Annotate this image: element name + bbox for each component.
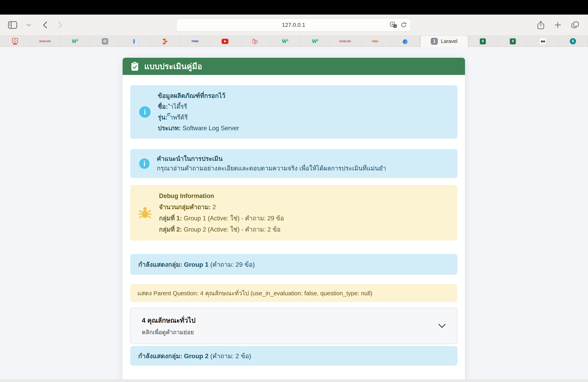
bug-icon [139, 206, 151, 219]
product-type-label: ประเภท: [158, 125, 181, 132]
toolbar-right-group [537, 15, 579, 35]
tab[interactable]: W³ [300, 36, 330, 47]
accordion-text: 4 คุณลักษณะทั่วไป คลิกเพื่อดูคำถามย่อย [142, 315, 195, 337]
macos-menubar [0, 0, 588, 15]
sidebar-icon [8, 21, 17, 29]
google-gray-icon: G [102, 38, 108, 45]
thnic-icon: THNIC [191, 40, 199, 43]
address-bar[interactable]: 127.0.0.1 A x [176, 18, 411, 32]
saslog-icon: SASLOG [339, 40, 351, 43]
new-tab-button[interactable] [554, 21, 562, 29]
tab[interactable]: W³ [270, 36, 300, 47]
toolbar-left-group [8, 15, 63, 35]
tab[interactable] [528, 36, 558, 47]
product-model-label: รุ่น: [158, 114, 168, 121]
question-group-accordion[interactable]: 4 คุณลักษณะทั่วไป คลิกเพื่อดูคำถามย่อย [130, 308, 457, 344]
tab[interactable]: G [90, 36, 120, 47]
chevron-down-icon [438, 324, 446, 328]
tab-overview-button[interactable] [571, 21, 579, 29]
evaluation-form-card: แบบประเมินคู่มือ ข้อมูลผลิตภัณฑ์ที่กรอกไ… [123, 58, 465, 382]
share-icon [537, 20, 545, 29]
instructions-box: คำแนะนำในการประเมิน กรุณาอ่านคำถามอย่างล… [130, 149, 457, 178]
parent-question-text: แสดง Parent Question: 4 คุณลักษณะทั่วไป … [137, 288, 372, 298]
svg-text:x: x [395, 25, 396, 27]
instructions-title: คำแนะนำในการประเมิน [157, 154, 386, 164]
tab[interactable] [150, 36, 180, 47]
card-header: แบบประเมินคู่มือ [123, 58, 465, 75]
tab[interactable]: X [468, 36, 498, 47]
w3schools-icon: W³ [312, 38, 318, 44]
group2-banner: กำลังแสดงกลุ่ม: Group 2 (คำถาม: 2 ข้อ) [130, 346, 457, 366]
address-bar-icons: A x [390, 19, 407, 31]
tab[interactable] [390, 36, 420, 47]
product-info-box: ข้อมูลผลิตภัณฑ์ที่กรอกไว้ ชื่อ: ำไดึ้รรี… [130, 85, 457, 139]
debug-info-box: Debug Information จำนวนกลุ่มคำถาม: 2 กลุ… [130, 185, 457, 241]
sharepoint-icon: S [570, 38, 576, 44]
laravel-outline-icon [252, 38, 258, 44]
url-text: 127.0.0.1 [282, 22, 305, 28]
tab[interactable]: SASLOG [330, 36, 360, 47]
tab[interactable]: PMA [360, 36, 390, 47]
instructions-lines: คำแนะนำในการประเมิน กรุณาอ่านคำถามอย่างล… [157, 154, 386, 173]
group2-banner-bold: กำลังแสดงกลุ่ม: Group 2 [138, 351, 209, 361]
blue-drop-icon [402, 38, 408, 44]
accordion-title: 4 คุณลักษณะทั่วไป [142, 315, 195, 326]
thai-red-org-icon [12, 38, 18, 45]
saslog-icon: SASLOG [39, 40, 51, 43]
reload-icon[interactable] [400, 22, 407, 28]
tab[interactable]: S [558, 36, 588, 47]
tab[interactable]: W³ [60, 36, 90, 47]
tab-active-laravel[interactable]: 1Laravel [420, 36, 468, 47]
phpmyadmin-icon: PMA [372, 40, 378, 43]
tab[interactable] [120, 36, 150, 47]
svg-text:A: A [391, 22, 394, 26]
forward-button[interactable] [58, 21, 63, 29]
dots-icon [540, 38, 546, 44]
parent-question-banner: แสดง Parent Question: 4 คุณลักษณะทั่วไป … [130, 284, 457, 302]
product-info-title: ข้อมูลผลิตภัณฑ์ที่กรอกไว้ [158, 92, 225, 99]
chevron-left-icon [42, 21, 47, 29]
plus-icon [554, 21, 562, 29]
translate-icon[interactable]: A x [390, 22, 397, 28]
product-model-value: ั๊าพรีด้รี [168, 114, 188, 121]
tab[interactable] [240, 36, 270, 47]
youtube-icon [222, 39, 228, 44]
debug-group2-label: กลุ่มที่ 2: [159, 226, 182, 233]
browser-toolbar: 127.0.0.1 A x [0, 15, 588, 35]
clipboard-check-icon [131, 61, 139, 71]
tab[interactable]: SASLOG [30, 36, 60, 47]
excel-icon: X [510, 38, 516, 44]
chevron-right-icon [58, 21, 63, 29]
debug-lines: Debug Information จำนวนกลุ่มคำถาม: 2 กลุ… [159, 191, 284, 235]
tab[interactable] [210, 36, 240, 47]
info-icon [139, 158, 150, 169]
instructions-body: กรุณาอ่านคำถามอย่างละเอียดและตอบตามความจ… [157, 164, 386, 173]
debug-count-value: 2 [211, 204, 216, 210]
accordion-subtitle: คลิกเพื่อดูคำถามย่อย [142, 328, 195, 337]
product-name-value: ำไดึ้รรี [168, 103, 187, 110]
debug-count-label: จำนวนกลุ่มคำถาม: [159, 204, 211, 210]
share-button[interactable] [537, 20, 545, 29]
group1-banner: กำลังแสดงกลุ่ม: Group 1 (คำถาม: 29 ข้อ) [130, 254, 457, 275]
product-name-label: ชื่อ: [158, 103, 168, 110]
debug-group1-label: กลุ่มที่ 1: [159, 215, 182, 222]
active-tab-label: Laravel [441, 38, 457, 44]
sidebar-toggle-button[interactable] [8, 21, 17, 29]
tab[interactable] [0, 36, 30, 47]
tab-strip: SASLOGW³GTHNICW³W³SASLOGPMA1LaravelXXS [0, 35, 588, 47]
tab-overview-icon [571, 21, 579, 29]
debug-title: Debug Information [159, 191, 284, 202]
excel-icon: X [480, 38, 486, 44]
product-type-value: Software Log Server [181, 125, 239, 132]
debug-group1-detail: Group 1 (Active: ใช่) - คำถาม: 29 ข้อ [182, 215, 284, 222]
sidebar-dropdown-button[interactable] [27, 24, 31, 26]
product-info-lines: ข้อมูลผลิตภัณฑ์ที่กรอกไว้ ชื่อ: ำไดึ้รรี… [158, 91, 239, 134]
tab[interactable]: X [498, 36, 528, 47]
back-button[interactable] [42, 21, 47, 29]
tab[interactable]: THNIC [180, 36, 210, 47]
w3schools-icon: W³ [72, 38, 78, 44]
info-icon [139, 106, 151, 118]
toolbar-separator [22, 20, 22, 29]
numbered-1-icon: 1 [431, 38, 438, 45]
w3schools-icon: W³ [282, 38, 288, 44]
